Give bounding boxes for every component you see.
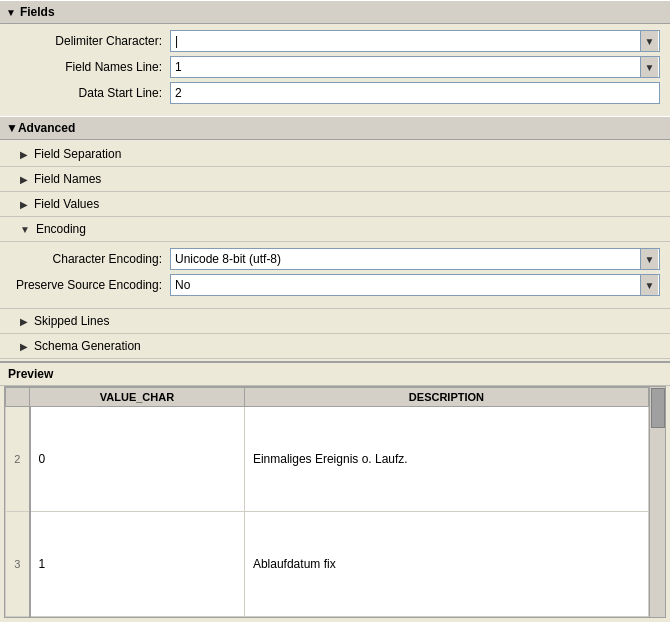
field-names-line-row: Field Names Line: 1 2 3 None ▼ [0, 56, 670, 78]
description-cell-2: Ablaufdatum fix [244, 512, 648, 617]
schema-generation-arrow: ▶ [20, 341, 28, 352]
field-separation-label: Field Separation [34, 147, 121, 161]
value-char-cell-1: 0 [30, 407, 245, 512]
encoding-content: Character Encoding: Unicode 8-bit (utf-8… [0, 242, 670, 309]
value-char-cell-2: 1 [30, 512, 245, 617]
char-encoding-select[interactable]: Unicode 8-bit (utf-8) ASCII UTF-16 Latin… [170, 248, 660, 270]
encoding-label: Encoding [36, 222, 86, 236]
field-names-item[interactable]: ▶ Field Names [0, 167, 670, 192]
data-start-line-row: Data Start Line: [0, 82, 670, 104]
skipped-lines-item[interactable]: ▶ Skipped Lines [0, 309, 670, 334]
delimiter-select-wrapper: | , ; Tab ▼ [170, 30, 660, 52]
skipped-lines-arrow: ▶ [20, 316, 28, 327]
scrollbar[interactable] [649, 387, 665, 617]
preview-label: Preview [8, 367, 53, 381]
scrollbar-thumb[interactable] [651, 388, 665, 428]
data-start-line-label: Data Start Line: [10, 86, 170, 100]
field-values-label: Field Values [34, 197, 99, 211]
field-names-line-select-wrapper: 1 2 3 None ▼ [170, 56, 660, 78]
skipped-lines-label: Skipped Lines [34, 314, 109, 328]
preview-header-row: VALUE_CHAR DESCRIPTION [6, 388, 649, 407]
field-names-arrow: ▶ [20, 174, 28, 185]
field-names-line-label: Field Names Line: [10, 60, 170, 74]
delimiter-select[interactable]: | , ; Tab [170, 30, 660, 52]
fields-section-header[interactable]: ▼ Fields [0, 0, 670, 24]
fields-content: Delimiter Character: | , ; Tab ▼ Field N… [0, 24, 670, 116]
char-encoding-label: Character Encoding: [10, 252, 170, 266]
field-values-item[interactable]: ▶ Field Values [0, 192, 670, 217]
preview-section: Preview VALUE_CHAR DESCRIPTION 2 0 Einma… [0, 361, 670, 622]
fields-section-label: Fields [20, 5, 55, 19]
char-encoding-select-wrapper: Unicode 8-bit (utf-8) ASCII UTF-16 Latin… [170, 248, 660, 270]
row-num-2: 3 [6, 512, 30, 617]
encoding-arrow: ▼ [20, 224, 30, 235]
preserve-encoding-label: Preserve Source Encoding: [10, 278, 170, 292]
preview-table-container: VALUE_CHAR DESCRIPTION 2 0 Einmaliges Er… [4, 386, 666, 618]
fields-section: ▼ Fields Delimiter Character: | , ; Tab … [0, 0, 670, 116]
preserve-encoding-select[interactable]: No Yes [170, 274, 660, 296]
field-separation-arrow: ▶ [20, 149, 28, 160]
description-cell-1: Einmaliges Ereignis o. Laufz. [244, 407, 648, 512]
advanced-section: ▼ Advanced ▶ Field Separation ▶ Field Na… [0, 116, 670, 361]
value-char-header: VALUE_CHAR [30, 388, 245, 407]
advanced-section-label: Advanced [18, 121, 75, 135]
preserve-encoding-row: Preserve Source Encoding: No Yes ▼ [0, 274, 670, 296]
table-row: 2 0 Einmaliges Ereignis o. Laufz. [6, 407, 649, 512]
schema-generation-item[interactable]: ▶ Schema Generation [0, 334, 670, 359]
delimiter-label: Delimiter Character: [10, 34, 170, 48]
advanced-content: ▶ Field Separation ▶ Field Names ▶ Field… [0, 140, 670, 361]
description-header: DESCRIPTION [244, 388, 648, 407]
delimiter-row: Delimiter Character: | , ; Tab ▼ [0, 30, 670, 52]
data-start-line-input[interactable] [170, 82, 660, 104]
char-encoding-row: Character Encoding: Unicode 8-bit (utf-8… [0, 248, 670, 270]
preserve-encoding-select-wrapper: No Yes ▼ [170, 274, 660, 296]
main-container: ▼ Fields Delimiter Character: | , ; Tab … [0, 0, 670, 622]
preview-header: Preview [0, 363, 670, 386]
row-num-1: 2 [6, 407, 30, 512]
field-names-line-select[interactable]: 1 2 3 None [170, 56, 660, 78]
encoding-header[interactable]: ▼ Encoding [0, 217, 670, 242]
advanced-collapse-arrow: ▼ [6, 121, 18, 135]
row-number-header [6, 388, 30, 407]
table-row: 3 1 Ablaufdatum fix [6, 512, 649, 617]
preview-table: VALUE_CHAR DESCRIPTION 2 0 Einmaliges Er… [5, 387, 649, 617]
field-names-label: Field Names [34, 172, 101, 186]
field-separation-item[interactable]: ▶ Field Separation [0, 142, 670, 167]
advanced-section-header[interactable]: ▼ Advanced [0, 116, 670, 140]
schema-generation-label: Schema Generation [34, 339, 141, 353]
field-values-arrow: ▶ [20, 199, 28, 210]
fields-collapse-arrow: ▼ [6, 7, 16, 18]
